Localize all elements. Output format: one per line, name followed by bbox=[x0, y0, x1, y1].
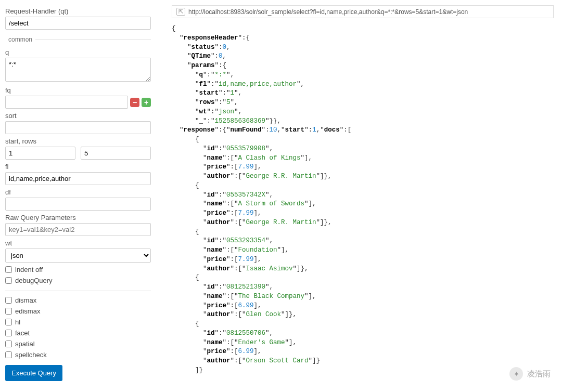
fq-remove-button[interactable]: − bbox=[130, 98, 139, 107]
facet-checkbox[interactable] bbox=[5, 330, 12, 336]
hl-row[interactable]: hl bbox=[5, 318, 151, 326]
wt-label: wt bbox=[5, 239, 151, 247]
request-handler-input[interactable] bbox=[5, 17, 151, 30]
indent-off-label: indent off bbox=[15, 266, 43, 273]
facet-label: facet bbox=[15, 329, 30, 337]
common-fieldset: common q *:* fq − + sort start, rows fl … bbox=[5, 36, 151, 284]
spatial-checkbox[interactable] bbox=[5, 341, 12, 347]
dismax-label: dismax bbox=[15, 296, 36, 304]
response-panel: ⇱ http://localhost:8983/solr/solr_sample… bbox=[156, 0, 562, 392]
raw-params-label: Raw Query Parameters bbox=[5, 214, 151, 221]
execute-query-button[interactable]: Execute Query bbox=[5, 365, 62, 381]
request-url-bar[interactable]: ⇱ http://localhost:8983/solr/solr_sample… bbox=[172, 5, 554, 18]
indent-off-checkbox[interactable] bbox=[5, 266, 12, 273]
request-url-text: http://localhost:8983/solr/solr_sample/s… bbox=[188, 8, 468, 16]
facet-row[interactable]: facet bbox=[5, 329, 151, 337]
start-rows-label: start, rows bbox=[5, 137, 151, 145]
q-label: q bbox=[5, 48, 151, 56]
edismax-row[interactable]: edismax bbox=[5, 307, 151, 315]
link-icon: ⇱ bbox=[176, 8, 185, 16]
request-handler-label: Request-Handler (qt) bbox=[5, 7, 151, 15]
df-label: df bbox=[5, 188, 151, 196]
fq-label: fq bbox=[5, 86, 151, 94]
rows-input[interactable] bbox=[81, 147, 151, 160]
sort-label: sort bbox=[5, 112, 151, 120]
hl-checkbox[interactable] bbox=[5, 319, 12, 325]
spatial-label: spatial bbox=[15, 340, 35, 348]
hl-label: hl bbox=[15, 318, 20, 326]
fq-input[interactable] bbox=[5, 96, 128, 109]
plugins-fieldset: dismax edismax hl facet spatial spellche… bbox=[5, 291, 151, 359]
debugquery-checkbox[interactable] bbox=[5, 277, 12, 284]
edismax-checkbox[interactable] bbox=[5, 308, 12, 315]
spatial-row[interactable]: spatial bbox=[5, 340, 151, 348]
debugquery-checkbox-row[interactable]: debugQuery bbox=[5, 277, 151, 284]
edismax-label: edismax bbox=[15, 307, 40, 315]
fl-label: fl bbox=[5, 163, 151, 171]
raw-params-input[interactable] bbox=[5, 223, 151, 236]
start-input[interactable] bbox=[5, 147, 75, 160]
indent-off-checkbox-row[interactable]: indent off bbox=[5, 266, 151, 273]
spellcheck-label: spellcheck bbox=[15, 351, 47, 359]
wt-select[interactable]: json bbox=[5, 249, 151, 263]
q-input[interactable]: *:* bbox=[5, 58, 151, 82]
fl-input[interactable] bbox=[5, 172, 151, 185]
common-legend: common bbox=[5, 36, 35, 43]
spellcheck-checkbox[interactable] bbox=[5, 351, 12, 358]
spellcheck-row[interactable]: spellcheck bbox=[5, 351, 151, 359]
json-response: { "responseHeader":{ "status":0, "QTime"… bbox=[172, 24, 554, 375]
sort-input[interactable] bbox=[5, 121, 151, 134]
dismax-row[interactable]: dismax bbox=[5, 296, 151, 304]
wechat-icon: ✦ bbox=[509, 367, 523, 381]
query-form-sidebar: Request-Handler (qt) common q *:* fq − +… bbox=[0, 0, 156, 392]
fq-add-button[interactable]: + bbox=[142, 98, 151, 107]
watermark: ✦ 凌浩雨 bbox=[509, 367, 551, 381]
watermark-text: 凌浩雨 bbox=[527, 369, 551, 379]
dismax-checkbox[interactable] bbox=[5, 297, 12, 304]
debugquery-label: debugQuery bbox=[15, 277, 53, 284]
df-input[interactable] bbox=[5, 198, 151, 211]
